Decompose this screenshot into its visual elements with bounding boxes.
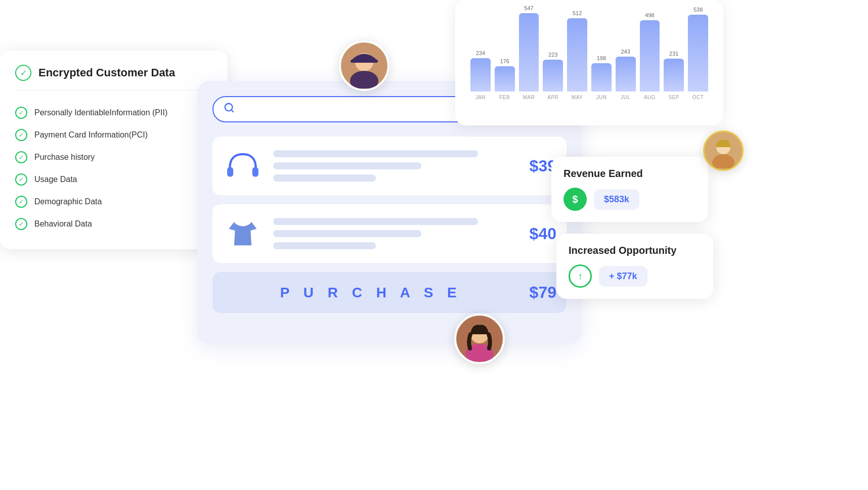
bar-chart: 234 JAN 176 FEB 547 MAR 223 APR 512 MAY … xyxy=(470,14,708,115)
headphones-icon xyxy=(223,146,263,186)
data-item-label: Payment Card Information(PCI) xyxy=(34,130,148,140)
revenue-card: Revenue Earned $ $583k xyxy=(551,157,708,222)
data-list-item: ✓ Payment Card Information(PCI) xyxy=(15,124,212,146)
product-line xyxy=(273,174,376,182)
bar-rect xyxy=(495,66,515,92)
bar-chart-card: 234 JAN 176 FEB 547 MAR 223 APR 512 MAY … xyxy=(455,0,723,125)
bar-month-label: JUL xyxy=(621,95,630,100)
data-list-item: ✓ Purchase history xyxy=(15,146,212,168)
product-row-2: $40 xyxy=(212,204,567,263)
bar-column: 498 AUG xyxy=(640,12,660,100)
small-check-icon: ✓ xyxy=(15,129,27,141)
revenue-title: Revenue Earned xyxy=(563,168,696,180)
svg-line-1 xyxy=(231,110,233,112)
bar-month-label: SEP xyxy=(669,95,680,100)
bar-month-label: FEB xyxy=(499,95,510,100)
product-line xyxy=(273,218,478,225)
bar-column: 176 FEB xyxy=(495,58,515,100)
product-2-lines xyxy=(273,218,501,249)
bar-value-label: 538 xyxy=(693,7,703,13)
bar-month-label: JUN xyxy=(596,95,606,100)
product-line xyxy=(273,162,421,169)
revenue-row: $ $583k xyxy=(563,188,696,211)
bar-rect xyxy=(591,63,612,92)
check-circle-icon: ✓ xyxy=(15,65,31,81)
data-list-item: ✓ Personally IdentiableInformation (PII) xyxy=(15,102,212,124)
bar-rect xyxy=(664,59,684,92)
bar-rect xyxy=(616,57,636,92)
bar-value-label: 512 xyxy=(573,10,582,16)
bar-column: 234 JAN xyxy=(470,50,491,100)
bar-rect xyxy=(688,15,708,92)
product-line xyxy=(273,230,421,237)
data-list-item: ✓ Behavioral Data xyxy=(15,213,212,235)
opportunity-value: + $77k xyxy=(599,266,647,287)
encrypted-data-card: ✓ Encrypted Customer Data ✓ Personally I… xyxy=(0,51,228,249)
product-line xyxy=(273,242,376,249)
bar-value-label: 498 xyxy=(645,12,654,18)
small-check-icon: ✓ xyxy=(15,151,27,163)
small-check-icon: ✓ xyxy=(15,107,27,119)
small-check-icon: ✓ xyxy=(15,218,27,230)
bar-column: 547 MAR xyxy=(519,5,539,100)
data-items-list: ✓ Personally IdentiableInformation (PII)… xyxy=(15,102,212,235)
bar-month-label: JAN xyxy=(475,95,486,100)
bar-month-label: AUG xyxy=(644,95,656,100)
bar-value-label: 231 xyxy=(669,51,678,57)
bar-rect xyxy=(640,20,660,92)
bar-column: 231 SEP xyxy=(664,51,684,100)
bar-value-label: 243 xyxy=(621,49,630,55)
bar-month-label: MAR xyxy=(523,95,535,100)
opportunity-row: ↑ + $77k xyxy=(569,264,701,288)
bar-month-label: MAY xyxy=(572,95,583,100)
opportunity-card: Increased Opportunity ↑ + $77k xyxy=(556,234,713,299)
bar-column: 223 APR xyxy=(543,52,563,100)
bar-value-label: 234 xyxy=(476,50,485,56)
product-1-price: $39 xyxy=(511,157,556,175)
data-card-title: Encrypted Customer Data xyxy=(38,66,175,79)
data-list-item: ✓ Demographic Data xyxy=(15,191,212,213)
small-check-icon: ✓ xyxy=(15,196,27,208)
bar-rect xyxy=(543,60,563,92)
data-item-label: Demographic Data xyxy=(34,197,102,206)
product-row-1: $39 xyxy=(212,137,567,195)
opportunity-title: Increased Opportunity xyxy=(569,245,701,256)
avatar-female-bottom xyxy=(454,314,505,364)
bar-column: 538 OCT xyxy=(688,7,708,100)
product-1-lines xyxy=(273,150,501,182)
bar-month-label: APR xyxy=(547,95,558,100)
data-card-header: ✓ Encrypted Customer Data xyxy=(15,65,212,91)
svg-rect-3 xyxy=(252,167,258,177)
purchase-price: $79 xyxy=(530,283,556,302)
revenue-value: $583k xyxy=(594,189,639,210)
data-item-label: Purchase history xyxy=(34,153,95,162)
svg-rect-2 xyxy=(227,167,233,177)
avatar-male xyxy=(339,40,389,91)
data-list-item: ✓ Usage Data xyxy=(15,168,212,191)
arrow-up-icon: ↑ xyxy=(569,264,592,288)
bar-month-label: OCT xyxy=(692,95,704,100)
bar-rect xyxy=(567,18,587,92)
bar-value-label: 176 xyxy=(500,58,509,64)
bar-column: 243 JUL xyxy=(616,49,636,100)
data-item-label: Personally IdentiableInformation (PII) xyxy=(34,108,167,117)
purchase-label: P U R C H A S E xyxy=(223,285,519,301)
bar-value-label: 547 xyxy=(524,5,533,11)
data-item-label: Behavioral Data xyxy=(34,219,92,229)
dollar-icon: $ xyxy=(563,188,587,211)
purchase-row[interactable]: P U R C H A S E $79 xyxy=(212,272,567,313)
bar-column: 198 JUN xyxy=(591,55,612,100)
data-item-label: Usage Data xyxy=(34,175,77,184)
product-2-price: $40 xyxy=(511,225,556,243)
bar-value-label: 223 xyxy=(548,52,557,58)
bar-column: 512 MAY xyxy=(567,10,587,100)
bar-value-label: 198 xyxy=(597,55,606,61)
product-line xyxy=(273,150,478,157)
avatar-female-right xyxy=(703,130,744,171)
bar-rect xyxy=(519,13,539,92)
small-check-icon: ✓ xyxy=(15,173,27,186)
search-icon xyxy=(224,102,235,116)
bar-rect xyxy=(470,58,491,92)
svg-rect-7 xyxy=(351,60,378,63)
tshirt-icon xyxy=(223,213,263,254)
